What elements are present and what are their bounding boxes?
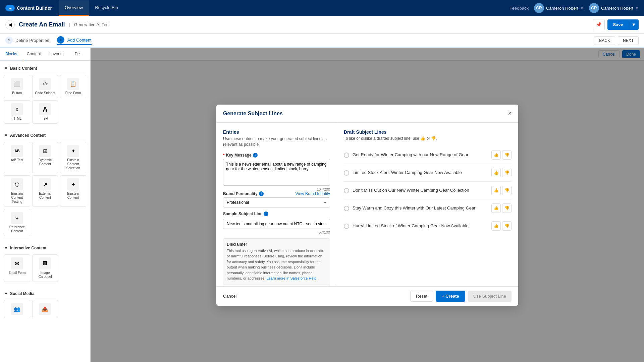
modal-right-panel: Draft Subject Lines To like or dislike a… <box>337 123 518 286</box>
top-navigation: ☁ Content Builder Overview Recycle Bin F… <box>0 0 644 16</box>
einstein-selection-label: Einstein Content Selection <box>62 158 85 170</box>
sidebar-tabs: Blocks Content Layouts De... <box>0 48 90 61</box>
subject-line-radio-3[interactable] <box>344 188 349 193</box>
create-button[interactable]: + Create <box>436 291 465 302</box>
thumbs-down-button-3[interactable]: 👎 <box>502 186 512 195</box>
advanced-content-grid: AB A/B Test ⊞ Dynamic Content ✦ Einstein… <box>4 140 86 238</box>
step-add-content[interactable]: + Add Content <box>57 36 91 45</box>
thumbs-down-button-2[interactable]: 👎 <box>502 168 512 177</box>
user-area-2[interactable]: CR Cameron Robert ▼ <box>589 3 639 13</box>
section-advanced-content: ▼ Advanced Content AB A/B Test ⊞ Dynamic… <box>0 128 90 240</box>
modal-left-panel: Entries Use these entries to make your g… <box>216 123 337 286</box>
brand-personality-label: Brand Personality i <box>223 191 264 196</box>
subject-line-item-4: Stay Warm and Cozy this Winter with Our … <box>344 199 512 217</box>
sidebar-tab-content[interactable]: Content <box>22 48 45 60</box>
thumbs-up-button-4[interactable]: 👍 <box>491 203 501 213</box>
page-title: Create An Email <box>19 21 65 28</box>
section-header-social[interactable]: ▼ Social Media <box>4 289 86 299</box>
key-message-textarea[interactable]: This is a newsletter email about a new r… <box>223 159 330 186</box>
sidebar-item-code-snippet[interactable]: </> Code Snippet <box>32 75 58 98</box>
user-dropdown-arrow-1: ▼ <box>580 6 584 10</box>
footer-right: Reset + Create Use Subject Line <box>410 291 512 302</box>
thumbs-up-button-3[interactable]: 👍 <box>491 186 501 195</box>
thumbs-up-button-5[interactable]: 👍 <box>491 221 501 231</box>
use-subject-line-button[interactable]: Use Subject Line <box>468 291 512 302</box>
key-message-info-icon[interactable]: i <box>253 153 258 158</box>
feedback-button[interactable]: Feedback <box>509 6 529 11</box>
sidebar-item-einstein-testing[interactable]: ⬡ Einstein Content Testing <box>4 175 30 207</box>
sample-subject-info-icon[interactable]: i <box>264 212 268 216</box>
subject-line-text-3: Don't Miss Out on Our New Winter Camping… <box>353 187 469 193</box>
subject-line-text-5: Hurry! Limited Stock of Winter Camping G… <box>353 223 470 229</box>
sample-subject-char-count: 57/100 <box>223 230 330 234</box>
subject-line-radio-2[interactable] <box>344 170 349 176</box>
sidebar-tab-blocks[interactable]: Blocks <box>0 48 22 60</box>
sidebar-item-social1[interactable]: 👥 <box>4 300 30 318</box>
save-dropdown-button[interactable]: ▼ <box>629 19 639 30</box>
sidebar-item-reference-content[interactable]: ⤷ Reference Content <box>4 209 30 236</box>
app-logo[interactable]: ☁ Content Builder <box>5 5 52 11</box>
email-form-label: Email Form <box>8 271 25 275</box>
modal-cancel-button[interactable]: Cancel <box>223 291 236 301</box>
back-button[interactable]: ◀ <box>5 20 15 29</box>
thumbs-down-button-4[interactable]: 👎 <box>502 203 512 213</box>
thumbs-up-button-2[interactable]: 👍 <box>491 168 501 177</box>
user-area-1[interactable]: CR Cameron Robert ▼ <box>534 3 584 13</box>
thumbs-down-button-5[interactable]: 👎 <box>502 221 512 231</box>
subject-line-left-3: Don't Miss Out on Our New Winter Camping… <box>344 187 491 193</box>
collapse-icon-basic: ▼ <box>4 66 8 71</box>
sidebar-item-image-carousel[interactable]: 🖼 Image Carousel <box>32 254 58 282</box>
sidebar-item-social2[interactable]: 📤 <box>32 300 58 318</box>
subject-line-radio-4[interactable] <box>344 206 349 211</box>
content-area: Cancel Done Generate Subject Lines × Ent… <box>91 48 644 362</box>
thumbs-down-button-1[interactable]: 👎 <box>502 150 512 160</box>
sample-subject-label: Sample Subject Line <box>223 212 262 216</box>
sidebar-tab-layouts[interactable]: Layouts <box>45 48 68 60</box>
step-define-properties[interactable]: ✎ Define Properties <box>5 37 49 45</box>
subheader-right: 📌 Save ▼ <box>593 19 639 30</box>
reset-button[interactable]: Reset <box>410 291 433 302</box>
sample-subject-input[interactable] <box>223 219 330 229</box>
pin-button[interactable]: 📌 <box>593 19 605 30</box>
sidebar-item-free-form[interactable]: 📋 Free Form <box>60 75 86 98</box>
subject-line-radio-1[interactable] <box>344 153 349 158</box>
brand-personality-row: Brand Personality i View Brand Identity <box>223 191 330 196</box>
breadcrumb-separator: | <box>69 22 70 27</box>
sidebar-tab-de[interactable]: De... <box>68 48 90 60</box>
thumbs-up-button-1[interactable]: 👍 <box>491 150 501 160</box>
tab-recycle-bin[interactable]: Recycle Bin <box>89 0 124 16</box>
subject-line-text-1: Get Ready for Winter Camping with our Ne… <box>353 152 468 158</box>
social-media-grid: 👥 📤 <box>4 299 86 319</box>
section-header-basic[interactable]: ▼ Basic Content <box>4 63 86 73</box>
sidebar-item-html[interactable]: {} HTML <box>4 100 30 124</box>
einstein-testing-icon: ⬡ <box>11 178 23 190</box>
sidebar-item-dynamic-content[interactable]: ⊞ Dynamic Content <box>32 142 58 173</box>
sidebar-item-einstein-selection[interactable]: ✦ Einstein Content Selection <box>60 142 86 173</box>
view-brand-identity-link[interactable]: View Brand Identity <box>296 191 330 196</box>
sidebar-item-einstein-content[interactable]: ✦ Einstein Content <box>60 175 86 207</box>
modal-title: Generate Subject Lines <box>223 111 283 117</box>
subheader: ◀ Create An Email | Generative AI Test 📌… <box>0 16 644 34</box>
sidebar-item-text[interactable]: A Text <box>32 100 58 124</box>
subject-line-radio-5[interactable] <box>344 224 349 229</box>
save-button[interactable]: Save <box>607 19 628 30</box>
brand-personality-select[interactable]: Professional Friendly Bold Playful <box>223 197 330 207</box>
next-nav-button[interactable]: NEXT <box>618 36 639 45</box>
tab-overview[interactable]: Overview <box>59 0 89 16</box>
button-label: Button <box>12 91 22 95</box>
footer-left: Cancel <box>223 291 236 301</box>
sidebar-item-button[interactable]: ⬜ Button <box>4 75 30 98</box>
sidebar-item-ab-test[interactable]: AB A/B Test <box>4 142 30 173</box>
disclaimer-link[interactable]: Learn more in Salesforce Help. <box>267 276 318 280</box>
ab-test-icon: AB <box>11 145 23 157</box>
sidebar-item-external-content[interactable]: ↗ External Content <box>32 175 58 207</box>
sidebar-item-email-form[interactable]: ✉ Email Form <box>4 254 30 282</box>
subject-line-item-1: Get Ready for Winter Camping with our Ne… <box>344 146 512 164</box>
back-nav-button[interactable]: BACK <box>594 36 615 45</box>
section-header-advanced[interactable]: ▼ Advanced Content <box>4 130 86 140</box>
section-header-interactive[interactable]: ▼ Interactive Content <box>4 243 86 253</box>
modal-close-button[interactable]: × <box>508 110 512 117</box>
brand-personality-info-icon[interactable]: i <box>259 191 264 196</box>
subject-line-text-2: Limited Stock Alert: Winter Camping Gear… <box>353 170 462 176</box>
disclaimer-title: Disclaimer <box>227 242 326 247</box>
